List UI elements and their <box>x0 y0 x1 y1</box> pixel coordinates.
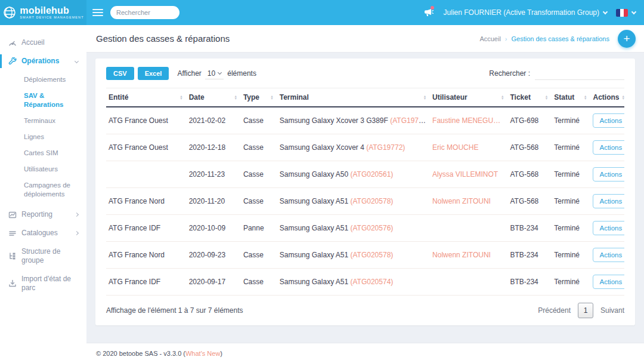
user-name: Julien FOURNIER (Active Transformation G… <box>444 8 599 17</box>
column-header-actions[interactable]: Actions▲▼ <box>590 88 624 107</box>
whats-new-link[interactable]: What's New <box>185 350 220 357</box>
chart-icon <box>8 211 17 219</box>
column-label: Utilisateur <box>432 93 467 101</box>
sidebar-item-accueil[interactable]: Accueil <box>0 33 86 52</box>
cell-date: 2020-12-18 <box>187 134 241 161</box>
language-selector[interactable] <box>616 9 636 17</box>
chevron-down-icon <box>75 59 79 63</box>
sidebar-item-operations[interactable]: Opérations <box>0 52 86 70</box>
column-header-ticket[interactable]: Ticket▲▼ <box>507 88 552 107</box>
table-info: Affichage de l'élément 1 à 7 sur 7 éléme… <box>106 306 243 315</box>
csv-button[interactable]: CSV <box>106 67 134 80</box>
topbar: mobilehub smart device management Julien… <box>0 0 644 25</box>
cell-actions: Actions <box>590 161 624 188</box>
global-search-input[interactable] <box>116 9 174 16</box>
logo-tagline: smart device management <box>20 16 83 20</box>
add-button[interactable]: + <box>618 30 636 48</box>
sidebar-item-structure-de-groupe[interactable]: Structure de groupe <box>0 242 86 270</box>
table-row[interactable]: 2020-11-23 Casse Samsung Galaxy A50 (ATG… <box>106 161 624 188</box>
table-row[interactable]: ATG France Ouest 2021-02-02 Casse Samsun… <box>106 107 624 134</box>
gauge-icon <box>8 39 17 47</box>
row-actions-button[interactable]: Actions <box>593 140 624 155</box>
sort-icon: ▲▼ <box>234 95 237 100</box>
cell-type: Panne <box>241 215 277 242</box>
table-row[interactable]: ATG France IDF 2020-10-09 Panne Samsung … <box>106 215 624 242</box>
row-actions-button[interactable]: Actions <box>593 167 624 182</box>
cell-status: Terminé <box>552 269 590 296</box>
page-size-select[interactable]: 10 <box>205 68 224 79</box>
cell-actions: Actions <box>590 215 624 242</box>
table-toolbar: CSV Excel Afficher 10 éléments <box>106 67 624 80</box>
terminal-asset-id: (ATG19770) <box>390 116 429 125</box>
row-actions-button[interactable]: Actions <box>593 113 624 128</box>
sidebar-subitem-0[interactable]: Déploiements <box>0 72 86 88</box>
logo[interactable]: mobilehub smart device management <box>0 0 86 25</box>
breadcrumb-separator: › <box>505 35 507 42</box>
row-actions-button[interactable]: Actions <box>593 275 624 289</box>
table-search-input[interactable] <box>535 67 624 80</box>
table-search-label: Rechercher : <box>489 69 530 78</box>
page-footer: © 2020 betoobe SAS - v3.3.0 (What's New) <box>86 343 644 363</box>
cell-ticket: ATG-698 <box>507 107 552 134</box>
user-menu[interactable]: Julien FOURNIER (Active Transformation G… <box>444 8 607 17</box>
table-row[interactable]: ATG France Ouest 2020-12-18 Casse Samsun… <box>106 134 624 161</box>
list-icon <box>8 229 17 238</box>
header-row: Entité▲▼Date▲▼Type▲▼Terminal▲▼Utilisateu… <box>106 88 624 107</box>
pagination-previous[interactable]: Précédent <box>538 306 571 315</box>
cell-ticket: ATG-568 <box>507 188 552 215</box>
table-search: Rechercher : <box>489 67 624 80</box>
table-row[interactable]: ATG France IDF 2020-09-17 Casse Samsung … <box>106 269 624 296</box>
column-header-date[interactable]: Date▲▼ <box>187 88 241 107</box>
column-label: Ticket <box>510 93 530 101</box>
app-root: mobilehub smart device management Julien… <box>0 0 644 363</box>
pagination: Précédent 1 Suivant <box>538 303 624 318</box>
sidebar-subitem-2[interactable]: Terminaux <box>0 113 86 129</box>
notification-dot <box>431 6 434 10</box>
column-header-entity[interactable]: Entité▲▼ <box>106 88 187 107</box>
column-header-user[interactable]: Utilisateur▲▼ <box>430 88 507 107</box>
announcements-icon[interactable] <box>423 7 435 18</box>
cell-user: Alyssa VILLEMINOT <box>430 161 507 188</box>
operations-children: DéploiementsSAV & RéparationsTerminauxLi… <box>0 70 86 205</box>
column-header-status[interactable]: Statut▲▼ <box>552 88 590 107</box>
table-row[interactable]: ATG France Nord 2020-11-20 Casse Samsung… <box>106 188 624 215</box>
cell-actions: Actions <box>590 107 624 134</box>
cell-ticket: ATG-568 <box>507 134 552 161</box>
terminal-asset-id: (ATG020561) <box>351 170 394 179</box>
cell-actions: Actions <box>590 134 624 161</box>
cell-date: 2021-02-02 <box>187 107 241 134</box>
sidebar-subitem-6[interactable]: Campagnes de déploiements <box>0 177 86 202</box>
sidebar-subitem-4[interactable]: Cartes SIM <box>0 145 86 161</box>
logo-title: mobilehub <box>20 6 83 16</box>
cell-user: Nolwenn ZITOUNI <box>430 242 507 269</box>
cell-user: Faustine MENEGUZZO <box>430 107 507 134</box>
sidebar-subitem-1[interactable]: SAV & Réparations <box>0 88 86 113</box>
row-actions-button[interactable]: Actions <box>593 221 624 235</box>
global-search <box>110 6 179 19</box>
column-label: Terminal <box>280 93 309 101</box>
pagination-next[interactable]: Suivant <box>600 306 624 315</box>
column-header-terminal[interactable]: Terminal▲▼ <box>277 88 430 107</box>
sidebar-item-label: Reporting <box>21 210 70 219</box>
menu-toggle-icon[interactable] <box>92 9 103 16</box>
cell-terminal: Samsung Galaxy Xcover 4 (ATG19772) <box>277 134 430 161</box>
page-size-control: Afficher 10 éléments <box>177 68 256 79</box>
excel-button[interactable]: Excel <box>138 67 169 80</box>
table-row[interactable]: ATG France Nord 2020-09-23 Casse Samsung… <box>106 242 624 269</box>
cell-date: 2020-10-09 <box>187 215 241 242</box>
pagination-page-1[interactable]: 1 <box>578 303 593 318</box>
row-actions-button[interactable]: Actions <box>593 194 624 208</box>
sort-icon: ▲▼ <box>545 95 548 100</box>
sidebar-item-reporting[interactable]: Reporting <box>0 205 86 224</box>
column-label: Entité <box>109 93 128 101</box>
sidebar-subitem-5[interactable]: Utilisateurs <box>0 161 86 177</box>
cell-user: Nolwenn ZITOUNI <box>430 188 507 215</box>
sidebar-item-import-etat-parc[interactable]: Import d'état de parc <box>0 270 86 297</box>
column-header-type[interactable]: Type▲▼ <box>241 88 277 107</box>
sidebar-item-catalogues[interactable]: Catalogues <box>0 224 86 242</box>
row-actions-button[interactable]: Actions <box>593 248 624 262</box>
breadcrumb-home[interactable]: Accueil <box>479 35 500 42</box>
cell-terminal: Samsung Galaxy A51 (ATG020578) <box>277 188 430 215</box>
cell-date: 2020-11-20 <box>187 188 241 215</box>
sidebar-subitem-3[interactable]: Lignes <box>0 129 86 145</box>
